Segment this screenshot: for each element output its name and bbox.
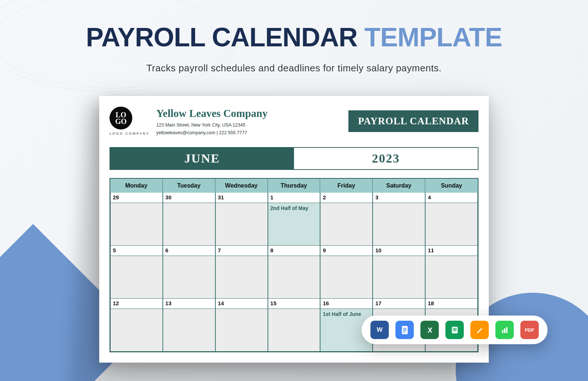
month-row: JUNE 2023 [110, 147, 478, 170]
company-contact: yellowleaves@company.com | 222 555 7777 [156, 130, 268, 136]
calendar-cell [215, 309, 268, 352]
logo-icon: LO GO [110, 107, 132, 129]
calendar-cell [110, 256, 163, 299]
pages-icon [475, 325, 485, 335]
month-name: JUNE [110, 148, 294, 169]
calendar-date: 31 [215, 193, 268, 203]
svg-rect-2 [403, 329, 406, 330]
calendar-cell [215, 203, 268, 246]
calendar-date: 3 [373, 193, 425, 203]
document-header: LO GO LOGO COMPANY Yellow Leaves Company… [110, 106, 478, 136]
weekday-header: Tuesday [163, 179, 215, 193]
page-header: PAYROLL CALENDAR TEMPLATE Tracks payroll… [0, 0, 588, 74]
calendar-date: 2 [320, 193, 373, 203]
calendar-date: 8 [268, 246, 320, 256]
format-pdf-icon[interactable]: PDF [520, 321, 539, 339]
calendar-date: 1 [268, 193, 320, 203]
calendar-cell [215, 256, 268, 299]
calendar-cell: 2nd Half of May [268, 203, 320, 246]
svg-rect-11 [504, 328, 505, 333]
calendar-cell [268, 256, 320, 299]
weekday-header: Saturday [373, 179, 425, 193]
calendar-cell [163, 309, 215, 352]
svg-rect-1 [403, 328, 406, 328]
title-accent: TEMPLATE [365, 22, 502, 52]
company-name: Yellow Leaves Company [156, 106, 268, 121]
calendar-date: 5 [110, 246, 163, 256]
format-pages-icon[interactable] [470, 321, 489, 339]
calendar-cell [163, 256, 215, 299]
format-excel-icon[interactable] [420, 321, 439, 339]
title-main: PAYROLL CALENDAR [86, 22, 358, 52]
logo: LO GO LOGO COMPANY [110, 107, 150, 135]
weekday-header: Monday [110, 179, 163, 193]
format-gdocs-icon[interactable] [395, 321, 414, 339]
calendar-date: 16 [320, 299, 373, 309]
calendar-date: 18 [425, 299, 478, 309]
page-subtitle: Tracks payroll schedules and deadlines f… [0, 63, 588, 74]
calendar-cell [110, 309, 163, 352]
calendar-cell [320, 256, 373, 299]
doc-icon [400, 325, 410, 335]
page-title: PAYROLL CALENDAR TEMPLATE [0, 22, 588, 52]
month-year: 2023 [294, 148, 478, 169]
format-numbers-icon[interactable] [495, 321, 514, 339]
svg-rect-12 [506, 327, 507, 333]
svg-rect-9 [454, 328, 455, 331]
calendar-date: 14 [215, 299, 268, 309]
calendar-cell [425, 203, 478, 246]
calendar-date: 15 [268, 299, 320, 309]
calendar-cell [268, 309, 320, 352]
company-info: Yellow Leaves Company 123 Main Street, N… [156, 106, 268, 136]
svg-rect-10 [502, 330, 503, 333]
calendar-date: 4 [425, 193, 478, 203]
svg-rect-0 [402, 326, 408, 334]
calendar-cell [163, 203, 215, 246]
logo-caption: LOGO COMPANY [110, 132, 150, 135]
svg-rect-3 [403, 330, 406, 331]
calendar-date: 30 [163, 193, 215, 203]
numbers-icon [500, 325, 510, 335]
calendar-date: 13 [163, 299, 215, 309]
calendar-date: 17 [373, 299, 425, 309]
calendar-cell [425, 256, 478, 299]
calendar-date: 7 [215, 246, 268, 256]
calendar-head: Monday Tuesday Wednesday Thursday Friday… [110, 179, 478, 193]
calendar-date: 11 [425, 246, 478, 256]
calendar-date: 12 [110, 299, 163, 309]
company-address: 123 Main Street, New York City, USA 1234… [156, 122, 268, 128]
formats-pill: W PDF [362, 316, 548, 344]
calendar-date: 10 [373, 246, 425, 256]
calendar-cell [320, 203, 373, 246]
format-word-icon[interactable]: W [370, 321, 389, 339]
excel-icon [425, 325, 435, 335]
sheets-icon [450, 325, 460, 335]
calendar-cell [373, 256, 425, 299]
calendar-date: 29 [110, 193, 163, 203]
calendar-date: 6 [163, 246, 215, 256]
calendar-cell [110, 203, 163, 246]
weekday-header: Friday [320, 179, 373, 193]
svg-rect-4 [403, 332, 405, 332]
payroll-tag: PAYROLL CALENDAR [348, 110, 478, 132]
logo-line2: GO [115, 118, 126, 125]
format-gsheets-icon[interactable] [445, 321, 464, 339]
weekday-header: Wednesday [215, 179, 268, 193]
weekday-header: Sunday [425, 179, 478, 193]
calendar-date: 9 [320, 246, 373, 256]
weekday-header: Thursday [268, 179, 320, 193]
calendar-cell [373, 203, 425, 246]
